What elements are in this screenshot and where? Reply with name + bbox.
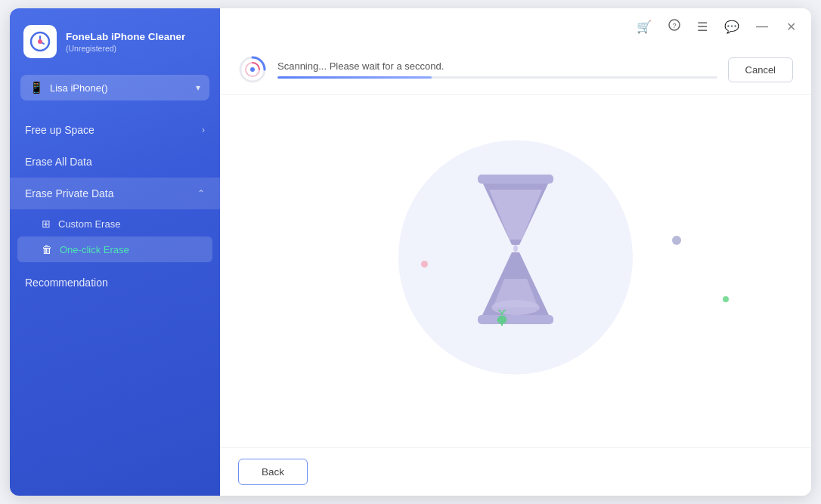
back-button[interactable]: Back (238, 459, 308, 485)
chevron-down-icon: ▾ (196, 82, 200, 93)
one-click-erase-icon: 🗑 (42, 243, 52, 255)
cancel-button[interactable]: Cancel (728, 57, 793, 82)
device-name: Lisa iPhone() (50, 82, 108, 94)
phone-icon: 📱 (29, 81, 44, 94)
chat-icon[interactable]: 💬 (721, 17, 742, 37)
sidebar-item-erase-private-data[interactable]: Erase Private Data ⌃ (10, 178, 220, 209)
sidebar-subitem-one-click-erase[interactable]: 🗑 One-click Erase (17, 237, 212, 262)
app-title-block: FoneLab iPhone Cleaner (Unregistered) (66, 30, 185, 53)
dot-green (723, 296, 729, 302)
app-window: FoneLab iPhone Cleaner (Unregistered) 📱 … (10, 8, 811, 496)
svg-marker-11 (489, 190, 542, 240)
sidebar-item-label: Erase All Data (25, 156, 92, 168)
hourglass-illustration (440, 158, 591, 342)
title-bar: 🛒 ? ☰ 💬 — ✕ (220, 8, 811, 45)
app-logo (23, 25, 57, 58)
scan-progress-bar (277, 76, 717, 79)
scan-bar: Scanning... Please wait for a seccond. C… (220, 45, 811, 95)
sub-item-label: One-click Erase (60, 244, 129, 255)
svg-rect-10 (478, 315, 553, 324)
sidebar: FoneLab iPhone Cleaner (Unregistered) 📱 … (10, 8, 220, 496)
question-icon[interactable]: ? (665, 16, 683, 37)
chevron-up-icon: ⌃ (197, 188, 205, 199)
dot-purple (672, 236, 681, 245)
device-selector[interactable]: 📱 Lisa iPhone() ▾ (20, 75, 209, 100)
sidebar-header: FoneLab iPhone Cleaner (Unregistered) (10, 8, 220, 72)
custom-erase-icon: ⊞ (42, 218, 51, 230)
bottom-bar: Back (220, 447, 811, 496)
close-icon[interactable]: ✕ (783, 17, 799, 37)
minimize-icon[interactable]: — (753, 17, 771, 36)
scan-spinner (238, 55, 267, 84)
scan-progress-fill (277, 76, 432, 79)
cart-icon[interactable]: 🛒 (634, 17, 655, 37)
sidebar-item-label: Recommendation (25, 277, 108, 289)
sidebar-item-free-up-space[interactable]: Free up Space › (10, 114, 220, 146)
chevron-icon: › (202, 125, 205, 135)
sidebar-item-erase-all-data[interactable]: Erase All Data (10, 146, 220, 178)
svg-point-1 (38, 39, 42, 44)
scan-status-text: Scanning... Please wait for a seccond. (277, 60, 717, 72)
sub-item-label: Custom Erase (58, 218, 120, 230)
scan-text-area: Scanning... Please wait for a seccond. (277, 60, 717, 79)
sidebar-item-label: Free up Space (25, 124, 94, 136)
svg-point-16 (513, 245, 518, 252)
sub-nav-erase-private: ⊞ Custom Erase 🗑 One-click Erase (10, 209, 220, 267)
menu-icon[interactable]: ☰ (694, 17, 711, 37)
main-content: 🛒 ? ☰ 💬 — ✕ (220, 8, 811, 496)
sidebar-item-label: Erase Private Data (25, 187, 114, 199)
dot-pink (421, 261, 428, 267)
svg-rect-9 (478, 175, 553, 184)
illustration-area (220, 95, 811, 447)
sidebar-item-recommendation[interactable]: Recommendation (10, 267, 220, 298)
svg-point-6 (250, 67, 255, 72)
sidebar-subitem-custom-erase[interactable]: ⊞ Custom Erase (10, 211, 220, 237)
svg-text:?: ? (672, 22, 676, 29)
app-subtitle: (Unregistered) (66, 44, 185, 53)
app-title: FoneLab iPhone Cleaner (66, 30, 185, 44)
